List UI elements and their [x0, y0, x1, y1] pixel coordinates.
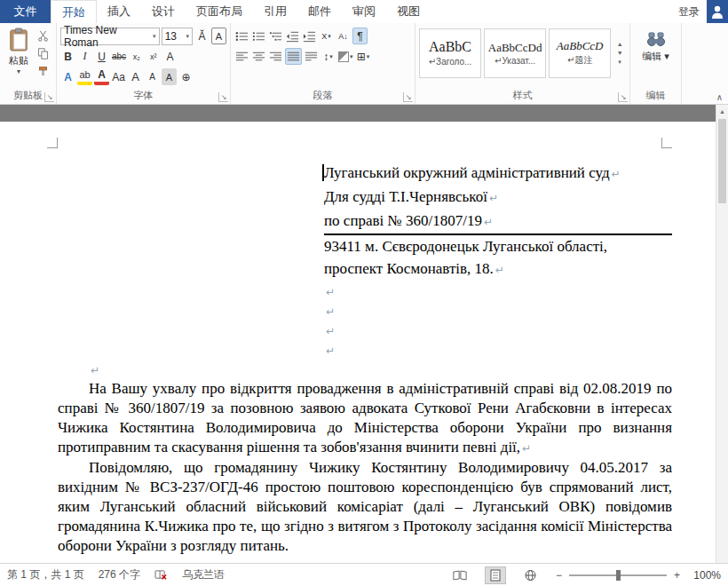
status-bar: 第 1 页，共 1 页 276 个字 乌克兰语 − + 100%	[0, 563, 728, 586]
clear-formatting-button[interactable]: A	[162, 48, 178, 65]
style-card-heading[interactable]: AaBbC ↵Заголо...	[419, 28, 481, 78]
web-layout-button[interactable]	[520, 566, 542, 584]
tab-review[interactable]: 审阅	[342, 0, 386, 23]
document-content[interactable]: Луганський окружний адміністративний суд…	[58, 162, 672, 556]
document-area[interactable]: Луганський окружний адміністративний суд…	[0, 105, 716, 563]
underline-button[interactable]: U	[94, 48, 109, 65]
zoom-control: − + 100%	[556, 569, 721, 582]
zoom-level[interactable]: 100%	[687, 569, 721, 582]
enclose-characters-button[interactable]: ⊕	[178, 68, 194, 85]
ribbon: 粘贴 ▾ 剪贴板	[0, 23, 728, 105]
numbered-list-button[interactable]	[251, 28, 266, 44]
copy-button[interactable]	[34, 45, 51, 61]
styles-scroll-down-icon[interactable]: ▼	[617, 50, 623, 56]
tab-insert[interactable]: 插入	[97, 0, 141, 23]
zoom-out-button[interactable]: −	[556, 569, 562, 582]
style-card-index[interactable]: AaBbCcDd ↵Указат...	[484, 28, 546, 78]
styles-scroll-up-icon[interactable]: ▲	[617, 41, 623, 47]
change-case-button[interactable]: Aa	[111, 68, 126, 85]
styles-group: AaBbC ↵Заголо... AaBbCcDd ↵Указат... AaB…	[415, 23, 630, 104]
styles-dialog-launcher-icon[interactable]: ↘	[618, 92, 628, 102]
strikethrough-button[interactable]: abc	[111, 48, 127, 65]
font-color-button[interactable]: A	[94, 68, 109, 85]
bold-button[interactable]: B	[60, 48, 75, 65]
distribute-text-button[interactable]	[304, 48, 319, 65]
chevron-down-icon: ▾	[183, 33, 189, 40]
document-page[interactable]: Луганський окружний адміністративний суд…	[0, 122, 716, 563]
decrease-indent-button[interactable]	[285, 28, 300, 44]
collapse-ribbon-button[interactable]: ∧	[716, 92, 723, 102]
borders-button[interactable]: ⊞▾	[356, 48, 371, 65]
phonetic-guide-button[interactable]: Ǎ	[194, 28, 210, 44]
paste-label: 粘贴	[9, 54, 28, 67]
paste-button[interactable]: 粘贴 ▾	[4, 26, 34, 89]
sort-button[interactable]: A↓	[336, 28, 351, 44]
tab-design[interactable]: 设计	[141, 0, 186, 23]
paste-clipboard-icon	[8, 28, 29, 52]
zoom-in-button[interactable]: +	[674, 569, 680, 582]
asian-layout-button[interactable]: X▾	[319, 28, 334, 44]
print-layout-button[interactable]	[485, 566, 506, 584]
font-size-select[interactable]: 13 ▾	[162, 28, 193, 45]
italic-button[interactable]: I	[77, 48, 92, 65]
paragraph-group-label: 段落	[231, 89, 415, 104]
show-formatting-marks-button[interactable]: ¶	[352, 28, 368, 44]
text-effects-button[interactable]: A	[60, 68, 75, 85]
multilevel-list-button[interactable]	[268, 28, 283, 44]
font-dialog-launcher-icon[interactable]: ↘	[218, 92, 228, 102]
user-avatar-icon[interactable]	[707, 0, 728, 23]
tab-mailings[interactable]: 邮件	[297, 0, 342, 23]
shrink-font-button[interactable]: A	[145, 68, 160, 85]
word-count[interactable]: 276 个字	[99, 567, 140, 582]
clipboard-dialog-launcher-icon[interactable]: ↘	[44, 92, 54, 102]
styles-more-icon[interactable]: ▾	[618, 59, 621, 66]
editing-button[interactable]: 编辑 ▾	[634, 26, 677, 63]
zoom-slider-thumb[interactable]	[616, 570, 621, 581]
proofing-errors-icon[interactable]	[154, 569, 168, 581]
cut-button[interactable]	[34, 28, 51, 44]
text-highlight-button[interactable]: ab	[77, 68, 92, 85]
bullet-list-button[interactable]	[234, 28, 249, 44]
paragraph-dialog-launcher-icon[interactable]: ↘	[403, 92, 413, 102]
subscript-button[interactable]: x₂	[129, 48, 144, 65]
tab-bar-spacer	[431, 0, 671, 23]
increase-indent-button[interactable]	[302, 28, 317, 44]
grow-font-button[interactable]: A	[128, 68, 143, 85]
address-line: проспект Космонавтів, 18.	[324, 257, 672, 281]
chevron-down-icon: ▾	[17, 67, 20, 75]
language-indicator[interactable]: 乌克兰语	[182, 567, 225, 582]
read-mode-button[interactable]	[449, 566, 471, 584]
superscript-button[interactable]: x²	[146, 48, 161, 65]
character-shading-button[interactable]: A	[162, 68, 177, 85]
tab-page-layout[interactable]: 页面布局	[186, 0, 253, 23]
address-line: Для судді Т.І.Чернявської	[324, 186, 672, 210]
editing-group: 编辑 ▾ 编辑	[630, 23, 682, 104]
align-right-button[interactable]	[268, 48, 283, 65]
text-cursor	[322, 164, 324, 181]
shading-button[interactable]: ▾	[337, 48, 354, 65]
align-center-button[interactable]	[251, 48, 266, 65]
character-border-button[interactable]: A	[211, 28, 226, 44]
font-name-value: Times New Roman	[64, 24, 150, 49]
style-card-caption[interactable]: AaBbCcD ↵题注	[549, 28, 611, 78]
page-indicator[interactable]: 第 1 页，共 1 页	[7, 567, 84, 582]
zoom-slider[interactable]	[569, 574, 667, 576]
vertical-scrollbar[interactable]: ▲	[716, 105, 728, 563]
tab-view[interactable]: 视图	[386, 0, 431, 23]
tab-home[interactable]: 开始	[51, 0, 97, 23]
scroll-up-icon[interactable]: ▲	[716, 105, 728, 118]
file-tab[interactable]: 文件	[0, 0, 51, 23]
font-name-select[interactable]: Times New Roman ▾	[60, 28, 160, 45]
chevron-down-icon: ▾	[367, 53, 370, 60]
sign-in-button[interactable]: 登录	[671, 0, 707, 23]
margin-crop-mark	[47, 138, 58, 148]
tab-references[interactable]: 引用	[253, 0, 297, 23]
chevron-down-icon: ▾	[328, 33, 331, 40]
align-left-button[interactable]	[234, 48, 249, 65]
editing-label: 编辑	[642, 51, 661, 61]
scrollbar-thumb[interactable]	[718, 119, 726, 203]
line-spacing-button[interactable]: ↕▾	[320, 48, 336, 65]
format-painter-button[interactable]	[34, 63, 51, 79]
body-text: На Вашу ухвалу про відкриття провадження…	[58, 379, 672, 556]
justify-button[interactable]	[285, 48, 302, 65]
